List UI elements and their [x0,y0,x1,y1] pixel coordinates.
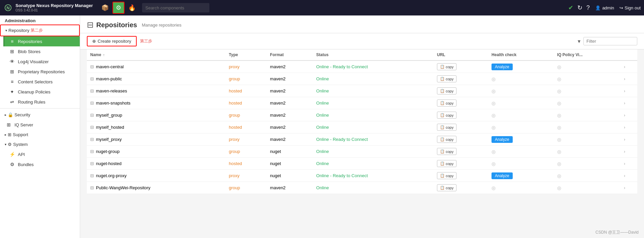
analyze-button[interactable]: Analyze [492,172,513,179]
row-iq-policy: ◎ [554,97,620,109]
row-status: Online [313,158,434,170]
health-disabled-icon: ◎ [492,149,496,154]
main-content: ⊟ Repositories Manage repositories ⊕ Cre… [80,15,644,238]
repositories-table: Name ↑ Type Format Status URL Health che… [87,49,637,194]
sidebar-item-routing-rules[interactable]: ⇌ Routing Rules [3,97,80,107]
refresh-icon[interactable]: ↻ [577,4,582,11]
row-name: ⊟maven-snapshots [87,97,226,109]
row-chevron[interactable]: › [620,158,637,170]
type-label: hosted [229,125,242,130]
sidebar-item-iq-server[interactable]: ⊞ IQ Server [0,120,80,130]
copy-url-button[interactable]: 📋copy [437,136,456,143]
analyze-button[interactable]: Analyze [492,136,513,143]
copy-url-button[interactable]: 📋copy [437,160,456,167]
chevron-right-icon[interactable]: › [624,161,625,166]
sidebar-item-content-selectors[interactable]: ≡ Content Selectors [3,77,80,87]
chevron-right-icon[interactable]: › [624,173,625,178]
sidebar-item-label: Repository [8,28,29,33]
row-status: Online - Ready to Connect [313,170,434,182]
copy-url-button[interactable]: 📋copy [437,75,456,82]
iq-disabled-icon: ◎ [557,113,561,118]
row-status: Online [313,97,434,109]
chevron-right-icon[interactable]: › [624,149,625,154]
sidebar-item-bundles[interactable]: ⚙ Bundles [3,159,80,169]
chevron-right-icon[interactable]: › [624,137,625,142]
sidebar-item-support-group[interactable]: ▸ ⊞ Support [0,130,80,140]
col-health-check: Health check [488,49,554,61]
repo-icon: ⊟ [90,137,94,142]
row-name: ⊟maven-public [87,73,226,85]
iq-icon: ⊞ [6,122,12,127]
sidebar-item-api[interactable]: ⚡ API [3,149,80,159]
sidebar-item-label: Security [14,112,30,117]
row-name: ⊟myself_hosted [87,121,226,133]
sidebar-item-system-group[interactable]: ▾ ⚙ System [0,140,80,149]
fire-icon[interactable]: 🔥 [126,2,138,14]
type-label: group [229,185,240,190]
row-iq-policy: ◎ [554,61,620,73]
sidebar-item-log4j[interactable]: 👁 Log4j Visualizer [3,56,80,67]
copy-url-button[interactable]: 📋copy [437,87,456,94]
copy-icon: 📋 [440,65,445,69]
sidebar-sub-repository: ≡ Repositories ⊞ Blob Stores 👁 Log4j Vis… [0,36,80,107]
box-icon[interactable]: 📦 [99,2,111,14]
row-url: 📋copy [434,182,488,194]
help-icon[interactable]: ? [586,4,590,11]
search-input[interactable] [142,3,209,12]
sidebar-item-blob-stores[interactable]: ⊞ Blob Stores [3,46,80,56]
copy-url-button[interactable]: 📋copy [437,124,456,131]
chevron-right-icon[interactable]: › [624,77,625,81]
signout-label: Sign out [624,5,641,10]
type-label: hosted [229,88,242,93]
chevron-right-icon[interactable]: › [624,89,625,93]
chevron-right-icon[interactable]: › [624,125,625,130]
row-chevron[interactable]: › [620,85,637,97]
admin-section[interactable]: 👤 admin [595,5,614,10]
repositories-table-container: Name ↑ Type Format Status URL Health che… [80,49,644,194]
row-type: proxy [226,61,267,73]
signout-section[interactable]: ↪ Sign out [619,5,641,10]
sidebar-item-repository-group[interactable]: ▾ Repository 第二步 [0,25,80,36]
sidebar-item-security-group[interactable]: ▸ 🔒 Security [0,110,80,120]
copy-url-button[interactable]: 📋copy [437,148,456,155]
row-iq-policy: ◎ [554,85,620,97]
row-url: 📋copy [434,146,488,158]
row-chevron[interactable]: › [620,146,637,158]
row-status: Online [313,146,434,158]
copy-url-button[interactable]: 📋copy [437,63,456,70]
chevron-right-icon[interactable]: › [624,113,625,118]
sidebar-item-repositories[interactable]: ≡ Repositories [3,36,80,46]
row-chevron[interactable]: › [620,121,637,133]
table-row: ⊟nuget.org-proxyproxynugetOnline - Ready… [87,170,637,182]
row-chevron[interactable]: › [620,182,637,194]
sidebar-item-proprietary[interactable]: ⊞ Proprietary Repositories [3,67,80,77]
create-repo-label: Create repository [98,39,131,44]
chevron-right-icon[interactable]: › [624,186,625,190]
row-health-check: ◎ [488,182,554,194]
chevron-right-icon[interactable]: › [624,101,625,106]
row-chevron[interactable]: › [620,170,637,182]
copy-url-button[interactable]: 📋copy [437,100,456,107]
row-chevron[interactable]: › [620,109,637,121]
gear-icon[interactable]: ⚙ [112,2,125,14]
copy-url-button[interactable]: 📋copy [437,184,456,191]
row-format: maven2 [267,121,313,133]
type-label: proxy [229,64,240,69]
type-label: hosted [229,101,242,106]
sidebar-item-cleanup-policies[interactable]: ✦ Cleanup Policies [3,87,80,97]
col-format: Format [267,49,313,61]
row-chevron[interactable]: › [620,133,637,146]
chinese-label-step2: 第二步 [31,28,43,33]
copy-url-button[interactable]: 📋copy [437,172,456,179]
col-actions [620,49,637,61]
row-chevron[interactable]: › [620,61,637,73]
filter-input[interactable] [583,37,637,45]
col-iq-policy: IQ Policy Vi... [554,49,620,61]
row-chevron[interactable]: › [620,97,637,109]
chevron-right-icon[interactable]: › [624,65,625,69]
analyze-button[interactable]: Analyze [492,64,513,70]
row-chevron[interactable]: › [620,73,637,85]
create-repository-button[interactable]: ⊕ Create repository [87,36,137,46]
row-format: nuget [267,158,313,170]
copy-url-button[interactable]: 📋copy [437,112,456,119]
